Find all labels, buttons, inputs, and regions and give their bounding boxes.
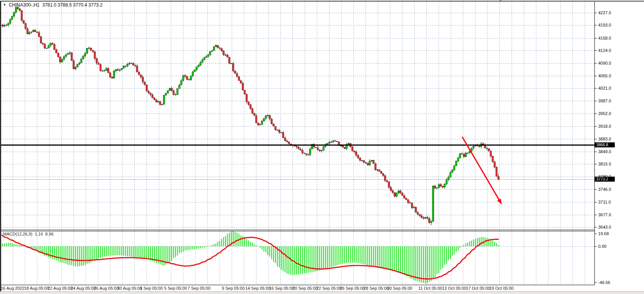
time-axis-label: 24 Aug 05:00 <box>71 286 96 291</box>
time-axis-label: 18 Aug 05:00 <box>24 286 49 291</box>
price-axis-label: 3849.0 <box>598 149 611 154</box>
time-axis-label: 14 Sep 05:00 <box>245 286 270 291</box>
price-axis-label: 4055.0 <box>598 74 611 78</box>
time-axis-label: 17 Oct 05:00 <box>466 286 490 291</box>
time-axis-label: 1 Sep 05:00 <box>140 286 163 291</box>
price-axis-label: 3987.0 <box>598 99 611 103</box>
chart-title: ▼ CHINA300-,H1 3781.0 3788.5 3770.4 3773… <box>3 2 103 8</box>
price-axis-label: 3643.0 <box>598 225 611 229</box>
price-axis-label: 3918.0 <box>598 124 611 129</box>
macd-indicator-label: MACD(12,26,9) 1.16 8.96 <box>3 232 53 236</box>
time-axis-label: 9 Sep 05:00 <box>222 286 245 291</box>
macd-axis-label: 0.00 <box>598 244 606 249</box>
price-axis-label: 4227.0 <box>598 10 611 15</box>
time-axis-label: 20 Sep 05:00 <box>293 286 318 291</box>
price-axis-label: 4021.0 <box>598 86 611 90</box>
time-axis-label: 26 Aug 05:00 <box>94 286 119 291</box>
ohlc-values: 3781.0 3788.5 3770.4 3773.2 <box>42 2 103 8</box>
price-axis-label: 4193.0 <box>598 23 611 27</box>
price-axis-label: 3815.0 <box>598 162 611 166</box>
macd-name: MACD(12,26,9) <box>3 232 32 236</box>
scroll-shift-marker-icon: ▼ <box>499 0 503 3</box>
macd-axis-label: -49.56 <box>598 280 610 285</box>
symbol-dropdown-icon[interactable]: ▼ <box>3 3 6 7</box>
price-axis-label: 3746.0 <box>598 187 611 192</box>
time-axis-label: 11 Oct 05:00 <box>418 286 442 291</box>
price-axis-label: 4124.0 <box>598 48 611 53</box>
time-axis-label: 22 Sep 05:00 <box>316 286 341 291</box>
mt4-chart-window: ▼ CHINA300-,H1 3781.0 3788.5 3770.4 3773… <box>0 0 644 294</box>
macd-main-value: 1.16 <box>35 232 43 236</box>
symbol-period-label: CHINA300-,H1 <box>9 2 40 8</box>
price-axis-label: 4158.0 <box>598 36 611 40</box>
time-axis-label: 16 Sep 05:00 <box>269 286 294 291</box>
macd-axis-label: 19.68 <box>598 231 609 236</box>
macd-signal-value: 8.96 <box>45 232 53 236</box>
price-axis-label: 3780.0 <box>598 174 611 179</box>
price-axis-label: 3883.0 <box>598 137 611 141</box>
hline-price-badge: 3866.8 <box>595 142 615 147</box>
time-axis-label: 16 Aug 2022 <box>1 286 25 291</box>
price-chart-canvas[interactable] <box>0 0 644 294</box>
price-axis-label: 4090.0 <box>598 61 611 65</box>
time-axis-label: 7 Sep 05:00 <box>188 286 210 291</box>
time-axis-label: 19 Oct 05:00 <box>489 286 514 291</box>
time-axis-label: 13 Oct 05:00 <box>442 286 466 291</box>
price-axis-label: 3711.0 <box>598 200 611 204</box>
price-axis-label: 3677.0 <box>598 212 611 217</box>
time-axis-label: 28 Sep 05:00 <box>364 286 389 291</box>
time-axis-label: 22 Aug 05:00 <box>48 286 73 291</box>
time-axis-label: 30 Aug 05:00 <box>117 286 142 291</box>
price-axis-label: 3952.0 <box>598 111 611 116</box>
time-axis-label: 5 Sep 05:00 <box>164 286 187 291</box>
time-axis-label: 30 Sep 05:00 <box>387 286 412 291</box>
time-axis-label: 26 Sep 05:00 <box>340 286 365 291</box>
